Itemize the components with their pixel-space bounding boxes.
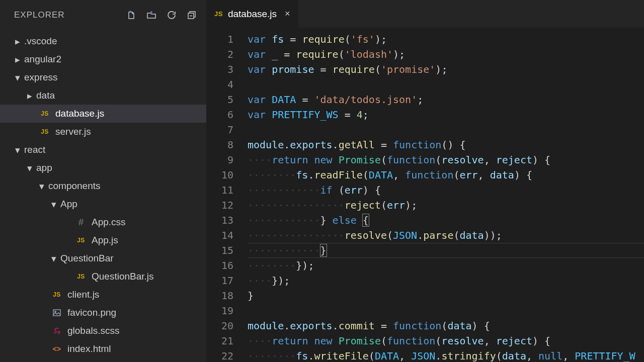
js-icon: JS bbox=[77, 273, 85, 280]
folder-react[interactable]: ▾react bbox=[0, 141, 206, 159]
code-line: var DATA = 'data/todos.json'; bbox=[248, 92, 644, 107]
js-icon: JS bbox=[41, 128, 49, 135]
code-line bbox=[248, 303, 644, 318]
folder-questionbar[interactable]: ▾QuestionBar bbox=[0, 249, 206, 267]
code-content[interactable]: var fs = require('fs');var _ = require('… bbox=[248, 32, 644, 362]
code-line: ············} bbox=[248, 243, 644, 258]
new-folder-icon[interactable] bbox=[146, 10, 157, 21]
tree-item-label: App bbox=[60, 199, 77, 210]
close-icon[interactable]: × bbox=[285, 9, 290, 19]
line-gutter: 12345678910111213141516171819202122 bbox=[206, 32, 248, 362]
line-number: 13 bbox=[206, 213, 233, 228]
tab-bar: JS database.js × bbox=[206, 0, 644, 28]
code-line: ····}); bbox=[248, 273, 644, 288]
code-line: module.exports.commit = function(data) { bbox=[248, 318, 644, 333]
folder-angular2[interactable]: ▸angular2 bbox=[0, 50, 206, 68]
line-number: 19 bbox=[206, 303, 233, 318]
scss-icon bbox=[52, 326, 61, 335]
code-line: ················resolve(JSON.parse(data)… bbox=[248, 228, 644, 243]
code-line: ········fs.writeFile(DATA, JSON.stringif… bbox=[248, 348, 644, 362]
svg-point-2 bbox=[55, 311, 56, 313]
tree-item-label: server.js bbox=[55, 126, 91, 137]
js-icon: JS bbox=[53, 291, 61, 298]
line-number: 20 bbox=[206, 318, 233, 333]
line-number: 4 bbox=[206, 77, 233, 92]
folder-express[interactable]: ▾express bbox=[0, 68, 206, 86]
new-file-icon[interactable] bbox=[126, 10, 137, 21]
code-line: ············} else { bbox=[248, 213, 644, 228]
code-area[interactable]: 12345678910111213141516171819202122 var … bbox=[206, 28, 644, 362]
tree-item-label: data bbox=[36, 90, 55, 101]
line-number: 3 bbox=[206, 62, 233, 77]
folder--vscode[interactable]: ▸.vscode bbox=[0, 32, 206, 50]
folder-data[interactable]: ▸data bbox=[0, 86, 206, 105]
line-number: 21 bbox=[206, 333, 233, 348]
line-number: 1 bbox=[206, 32, 233, 47]
line-number: 14 bbox=[206, 228, 233, 243]
explorer-header: EXPLORER bbox=[0, 0, 206, 30]
js-icon: JS bbox=[41, 110, 49, 117]
chevron-down-icon[interactable]: ▾ bbox=[50, 199, 57, 210]
explorer-title: EXPLORER bbox=[14, 10, 65, 20]
chevron-down-icon[interactable]: ▾ bbox=[14, 72, 21, 83]
hash-icon: # bbox=[78, 217, 84, 228]
file-index-html[interactable]: <>index.html bbox=[0, 340, 206, 358]
chevron-down-icon[interactable]: ▾ bbox=[38, 180, 45, 192]
line-number: 15 bbox=[206, 243, 233, 258]
chevron-down-icon[interactable]: ▾ bbox=[26, 162, 33, 174]
code-line: } bbox=[248, 288, 644, 303]
file-globals-scss[interactable]: globals.scss bbox=[0, 322, 206, 340]
chevron-right-icon[interactable]: ▸ bbox=[26, 90, 33, 102]
folder-app[interactable]: ▾app bbox=[0, 159, 206, 177]
line-number: 17 bbox=[206, 273, 233, 288]
editor-pane: JS database.js × 12345678910111213141516… bbox=[206, 0, 644, 362]
file-questionbar-js[interactable]: JSQuestionBar.js bbox=[0, 267, 206, 286]
chevron-down-icon[interactable]: ▾ bbox=[14, 144, 21, 156]
tab-database-js[interactable]: JS database.js × bbox=[206, 0, 298, 28]
line-number: 18 bbox=[206, 288, 233, 303]
code-line: var _ = require('lodash'); bbox=[248, 47, 644, 62]
code-line: ········}); bbox=[248, 258, 644, 273]
line-number: 11 bbox=[206, 183, 233, 198]
line-number: 9 bbox=[206, 152, 233, 167]
code-line: ····return new Promise(function(resolve,… bbox=[248, 152, 644, 167]
line-number: 12 bbox=[206, 198, 233, 213]
tree-item-label: App.css bbox=[92, 217, 126, 228]
line-number: 16 bbox=[206, 258, 233, 273]
file-app-js[interactable]: JSApp.js bbox=[0, 231, 206, 249]
line-number: 2 bbox=[206, 47, 233, 62]
js-icon: JS bbox=[214, 10, 223, 18]
line-number: 7 bbox=[206, 122, 233, 137]
tree-item-label: app bbox=[36, 162, 52, 173]
tree-item-label: client.js bbox=[67, 289, 99, 300]
tree-item-label: QuestionBar.js bbox=[92, 271, 154, 282]
tree-item-label: database.js bbox=[55, 108, 104, 119]
chevron-right-icon[interactable]: ▸ bbox=[14, 54, 21, 65]
explorer-sidebar: EXPLORER ▸.vscode▸angular2▾express▸dataJ… bbox=[0, 0, 206, 362]
code-line: var PRETTIFY_WS = 4; bbox=[248, 107, 644, 122]
tree-item-label: App.js bbox=[92, 235, 118, 246]
code-line: var promise = require('promise'); bbox=[248, 62, 644, 77]
file-client-js[interactable]: JSclient.js bbox=[0, 286, 206, 304]
html-icon: <> bbox=[53, 345, 61, 353]
collapse-all-icon[interactable] bbox=[186, 10, 197, 21]
code-line: ········fs.readFile(DATA, function(err, … bbox=[248, 167, 644, 183]
refresh-icon[interactable] bbox=[166, 10, 177, 21]
tree-item-label: QuestionBar bbox=[60, 253, 114, 264]
chevron-right-icon[interactable]: ▸ bbox=[14, 36, 21, 47]
code-line: ····return new Promise(function(resolve,… bbox=[248, 333, 644, 348]
code-line: ············if (err) { bbox=[248, 183, 644, 198]
file-database-js[interactable]: JSdatabase.js bbox=[0, 105, 206, 123]
tree-item-label: index.html bbox=[67, 343, 111, 354]
chevron-down-icon[interactable]: ▾ bbox=[50, 253, 57, 264]
folder-app[interactable]: ▾App bbox=[0, 195, 206, 213]
line-number: 6 bbox=[206, 107, 233, 122]
code-line: module.exports.getAll = function() { bbox=[248, 137, 644, 152]
code-line bbox=[248, 122, 644, 137]
file-favicon-png[interactable]: favicon.png bbox=[0, 304, 206, 322]
tab-label: database.js bbox=[228, 9, 277, 20]
tree-item-label: favicon.png bbox=[67, 307, 116, 318]
file-server-js[interactable]: JSserver.js bbox=[0, 123, 206, 141]
file-app-css[interactable]: #App.css bbox=[0, 213, 206, 231]
folder-components[interactable]: ▾components bbox=[0, 177, 206, 195]
